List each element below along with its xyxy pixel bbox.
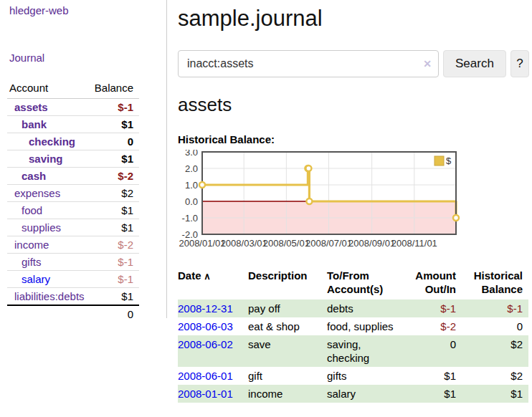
account-link-salary[interactable]: salary xyxy=(7,273,50,285)
transaction-date-link[interactable]: 2008-06-02 xyxy=(178,338,233,350)
register-col-historical-balance: HistoricalBalance xyxy=(462,267,528,299)
register-col-amount-out-in: AmountOut/In xyxy=(407,267,462,299)
main-content: sample.journal ✕ Search ? assets Histori… xyxy=(167,0,532,403)
account-balance: $-1 xyxy=(90,254,139,271)
transaction-balance: $1 xyxy=(462,385,528,403)
account-link-checking[interactable]: checking xyxy=(7,135,75,148)
account-balance: $1 xyxy=(90,219,139,236)
account-balance: $-1 xyxy=(90,271,139,288)
transaction-accounts: saving, checking xyxy=(327,335,407,367)
account-row: gifts$-1 xyxy=(7,254,139,271)
svg-text:2008/11/01: 2008/11/01 xyxy=(391,238,437,249)
account-link-liabilities-debts[interactable]: liabilities:debts xyxy=(7,290,85,302)
account-row: liabilities:debts$1 xyxy=(7,288,139,306)
search-bar: ✕ Search ? xyxy=(178,50,529,77)
account-link-food[interactable]: food xyxy=(7,204,42,216)
account-row: cash$-2 xyxy=(7,168,139,185)
account-row: checking0 xyxy=(7,133,139,150)
transaction-amount: 0 xyxy=(407,335,462,367)
register-col-to-from-account-s-: To/FromAccount(s) xyxy=(327,267,407,299)
search-button[interactable]: Search xyxy=(443,50,506,77)
sort-ascending-icon: ∧ xyxy=(201,271,211,282)
transaction-description: gift xyxy=(248,367,327,385)
transaction-balance: $2 xyxy=(462,335,528,367)
account-balance: $1 xyxy=(90,150,139,168)
account-link-cash[interactable]: cash xyxy=(7,170,46,182)
account-link-bank[interactable]: bank xyxy=(7,118,47,130)
transaction-accounts: debts xyxy=(327,299,407,317)
account-balance: $1 xyxy=(90,288,139,306)
register-col-description: Description xyxy=(248,267,327,299)
account-balance: $1 xyxy=(90,202,139,219)
accounts-table: Account Balance assets$-1bank$1checking0… xyxy=(7,79,139,322)
transaction-accounts: food, supplies xyxy=(327,317,407,335)
account-row: income$-2 xyxy=(7,236,139,254)
svg-text:$: $ xyxy=(446,155,452,166)
register-col-date[interactable]: Date ∧ xyxy=(178,267,248,299)
account-link-gifts[interactable]: gifts xyxy=(7,256,42,268)
app-brand-link[interactable]: hledger-web xyxy=(9,4,69,16)
accounts-total-row: 0 xyxy=(7,305,139,322)
transaction-date-link[interactable]: 2008-06-03 xyxy=(178,320,233,332)
account-balance: $-2 xyxy=(90,236,139,254)
account-row: assets$-1 xyxy=(7,99,139,116)
account-link-expenses[interactable]: expenses xyxy=(7,187,60,199)
svg-text:2008/09/01: 2008/09/01 xyxy=(348,238,395,249)
transaction-row: 2008-06-03eat & shopfood, supplies$-20 xyxy=(178,317,528,335)
account-balance: $1 xyxy=(90,116,139,133)
transaction-description: income xyxy=(248,385,327,403)
search-input[interactable] xyxy=(178,50,439,77)
svg-text:3.0: 3.0 xyxy=(185,150,198,158)
transaction-date-link[interactable]: 2008-01-01 xyxy=(178,388,233,400)
chart-title: Historical Balance: xyxy=(178,133,529,145)
transaction-accounts: gifts xyxy=(327,367,407,385)
transaction-amount: $-2 xyxy=(407,317,462,335)
svg-text:2008/07/01: 2008/07/01 xyxy=(305,238,352,249)
page-title: sample.journal xyxy=(178,6,529,32)
account-row: expenses$2 xyxy=(7,185,139,202)
transaction-accounts: salary xyxy=(327,385,407,403)
register-table: Date ∧DescriptionTo/FromAccount(s)Amount… xyxy=(178,267,528,403)
accounts-total-value: 0 xyxy=(90,305,139,322)
transaction-amount: $1 xyxy=(407,385,462,403)
accounts-header-balance: Balance xyxy=(90,79,139,99)
transaction-row: 2008-06-02savesaving, checking0$2 xyxy=(178,335,528,367)
svg-text:1.0: 1.0 xyxy=(185,180,198,191)
account-balance: $2 xyxy=(90,185,139,202)
chart-svg: $3.02.01.00.0-1.0-2.02008/01/012008/03/0… xyxy=(178,150,460,253)
account-link-income[interactable]: income xyxy=(7,239,49,251)
account-balance: 0 xyxy=(90,133,139,150)
account-link-supplies[interactable]: supplies xyxy=(7,221,61,234)
svg-text:0.0: 0.0 xyxy=(185,196,198,207)
sidebar-item-journal[interactable]: Journal xyxy=(9,52,44,64)
account-heading: assets xyxy=(178,94,529,116)
transaction-row: 2008-12-31pay offdebts$-1$-1 xyxy=(178,299,528,317)
transaction-description: save xyxy=(248,335,327,367)
account-link-saving[interactable]: saving xyxy=(7,153,63,165)
transaction-description: pay off xyxy=(248,299,327,317)
account-row: bank$1 xyxy=(7,116,139,133)
svg-text:2008/05/01: 2008/05/01 xyxy=(263,238,310,249)
account-row: supplies$1 xyxy=(7,219,139,236)
svg-text:2008/03/01: 2008/03/01 xyxy=(221,238,267,249)
historical-balance-chart: $3.02.01.00.0-1.0-2.02008/01/012008/03/0… xyxy=(178,150,529,256)
account-balance: $-1 xyxy=(90,99,139,116)
svg-text:-1.0: -1.0 xyxy=(182,213,198,224)
transaction-description: eat & shop xyxy=(248,317,327,335)
help-button[interactable]: ? xyxy=(510,50,529,77)
account-link-assets[interactable]: assets xyxy=(7,101,48,113)
accounts-header-account: Account xyxy=(7,79,90,99)
transaction-balance: 0 xyxy=(462,317,528,335)
transaction-amount: $-1 xyxy=(407,299,462,317)
transaction-date-link[interactable]: 2008-12-31 xyxy=(178,302,233,315)
transaction-date-link[interactable]: 2008-06-01 xyxy=(178,370,233,382)
transaction-row: 2008-01-01incomesalary$1$1 xyxy=(178,385,528,403)
svg-text:2.0: 2.0 xyxy=(185,163,198,174)
clear-search-icon[interactable]: ✕ xyxy=(423,57,432,70)
account-row: saving$1 xyxy=(7,150,139,168)
transaction-row: 2008-06-01giftgifts$1$2 xyxy=(178,367,528,385)
transaction-amount: $1 xyxy=(407,367,462,385)
account-row: food$1 xyxy=(7,202,139,219)
svg-text:2008/01/01: 2008/01/01 xyxy=(179,238,225,249)
account-row: salary$-1 xyxy=(7,271,139,288)
